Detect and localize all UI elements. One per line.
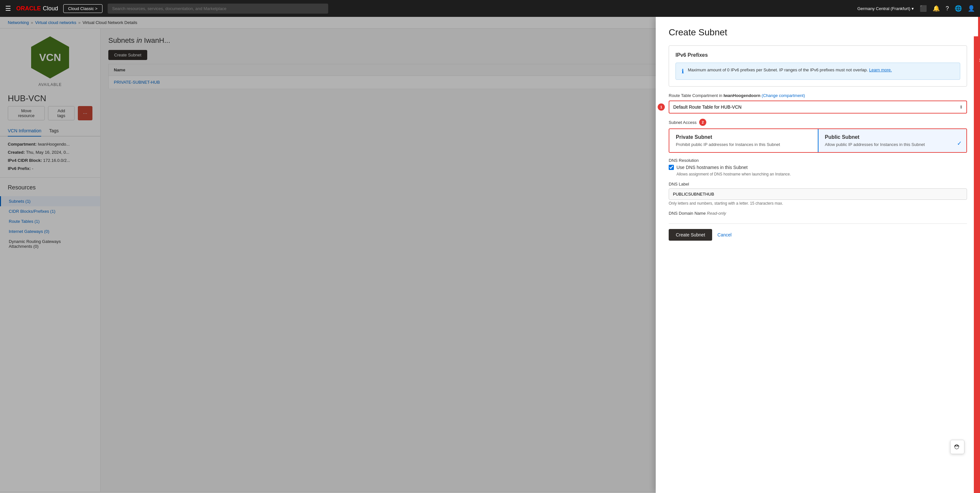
region-selector[interactable]: Germany Central (Frankfurt) ▾	[858, 6, 914, 11]
route-table-select[interactable]: Default Route Table for HUB-VCN	[669, 100, 967, 113]
cloud-classic-button[interactable]: Cloud Classic >	[63, 4, 102, 13]
route-compartment-info: Route Table Compartment in IwanHoogendoo…	[669, 93, 967, 98]
ipv6-section-title: IPv6 Prefixes	[676, 52, 960, 58]
create-subnet-submit-button[interactable]: Create Subnet	[669, 229, 712, 241]
modal-red-border	[978, 17, 980, 493]
top-navigation: ☰ ORACLE Cloud Cloud Classic > Germany C…	[0, 0, 980, 17]
public-subnet-option[interactable]: Public Subnet Allow public IP addresses …	[818, 129, 967, 152]
ipv6-info-banner: ℹ Maximum amount of 0 IPv6 prefixes per …	[676, 63, 960, 80]
oracle-text: ORACLE	[16, 5, 41, 12]
region-text: Germany Central (Frankfurt)	[858, 6, 910, 11]
notifications-icon[interactable]: 🔔	[933, 5, 940, 12]
help-icon[interactable]: ?	[946, 5, 949, 12]
dns-label-input[interactable]	[669, 188, 967, 200]
change-compartment-link[interactable]: (Change compartment)	[762, 93, 805, 98]
modal-footer: Create Subnet Cancel	[669, 223, 967, 241]
compartment-name: IwanHoogendoorn	[724, 93, 760, 98]
private-subnet-title: Private Subnet	[676, 134, 811, 140]
modal-badge-3: 3	[976, 56, 980, 64]
ipv6-section: IPv6 Prefixes ℹ Maximum amount of 0 IPv6…	[669, 45, 967, 87]
nav-right: Germany Central (Frankfurt) ▾ ⬛ 🔔 ? 🌐 👤	[858, 5, 975, 12]
ipv6-learn-more-link[interactable]: Learn more.	[869, 67, 892, 72]
search-input[interactable]	[108, 3, 328, 14]
dns-hostname-helper: Allows assignment of DNS hostname when l…	[676, 172, 967, 177]
dns-label-section: DNS Label Only letters and numbers, star…	[669, 181, 967, 206]
cloud-text: Cloud	[43, 5, 58, 12]
modal-title: Create Subnet	[669, 27, 967, 38]
language-icon[interactable]: 🌐	[955, 5, 962, 12]
dns-domain-section: DNS Domain Name Read-only	[669, 211, 967, 216]
dns-resolution-label: DNS Resolution	[669, 158, 967, 163]
oracle-logo: ORACLE Cloud	[16, 5, 58, 12]
subnet-access-section: Subnet Access 2 Private Subnet Prohibit …	[669, 119, 967, 153]
cancel-button[interactable]: Cancel	[718, 232, 732, 237]
profile-icon[interactable]: 👤	[968, 5, 975, 12]
cloud-shell-icon[interactable]: ⬛	[920, 5, 927, 12]
route-table-badge: 1	[658, 103, 665, 111]
create-subnet-panel: 3 Create Subnet IPv6 Prefixes ℹ Maximum …	[656, 17, 980, 493]
dns-hostname-checkbox[interactable]	[669, 165, 674, 170]
subnet-access-options: Private Subnet Prohibit public IP addres…	[669, 129, 967, 153]
region-chevron-icon: ▾	[912, 6, 914, 11]
dns-hostname-checkbox-label: Use DNS hostnames in this Subnet	[676, 165, 748, 170]
dns-domain-label: DNS Domain Name Read-only	[669, 211, 967, 216]
public-subnet-title: Public Subnet	[825, 134, 960, 140]
private-subnet-description: Prohibit public IP addresses for Instanc…	[676, 142, 811, 147]
hamburger-icon[interactable]: ☰	[5, 5, 11, 12]
public-subnet-check-icon: ✓	[957, 140, 962, 147]
help-widget[interactable]: ⛑	[950, 440, 964, 454]
ipv6-info-text: Maximum amount of 0 IPv6 prefixes per Su…	[688, 67, 892, 72]
modal-overlay: 3 Create Subnet IPv6 Prefixes ℹ Maximum …	[0, 17, 980, 493]
dns-hostname-checkbox-row: Use DNS hostnames in this Subnet	[669, 165, 967, 170]
info-icon: ℹ	[682, 68, 684, 75]
route-table-section: Route Table Compartment in IwanHoogendoo…	[669, 93, 967, 113]
dns-resolution-section: DNS Resolution Use DNS hostnames in this…	[669, 158, 967, 177]
public-subnet-description: Allow public IP addresses for Instances …	[825, 142, 960, 147]
dns-domain-readonly-tag: Read-only	[707, 211, 726, 216]
help-widget-icon: ⛑	[954, 444, 961, 451]
dns-label-hint: Only letters and numbers, starting with …	[669, 201, 967, 206]
private-subnet-option[interactable]: Private Subnet Prohibit public IP addres…	[669, 129, 818, 152]
dns-label-label: DNS Label	[669, 181, 967, 186]
subnet-access-label: Subnet Access 2	[669, 119, 967, 126]
subnet-access-badge: 2	[699, 119, 706, 126]
route-table-select-wrapper: 1 Default Route Table for HUB-VCN ⬍	[669, 100, 967, 113]
